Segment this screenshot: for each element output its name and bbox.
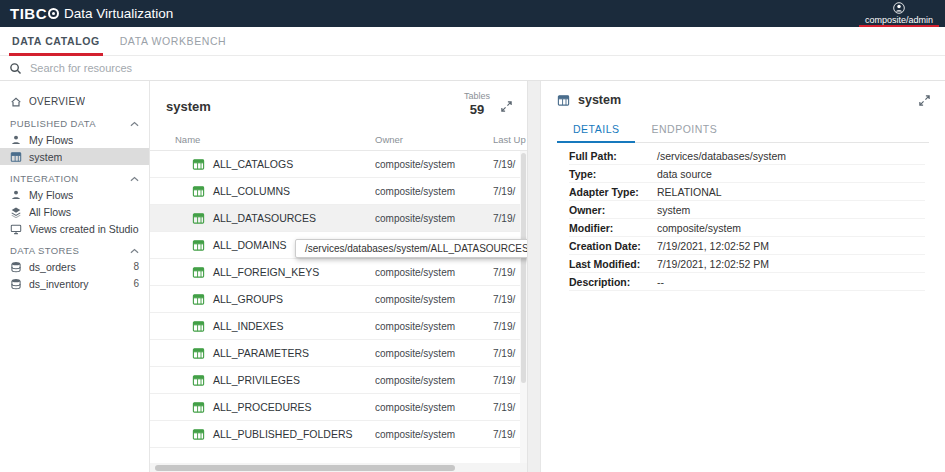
table-row-all-columns[interactable]: ALL_COLUMNScomposite/system7/19/ [150,178,527,205]
horizontal-scrollbar-thumb[interactable] [155,465,455,471]
tables-count: Tables 59 [464,91,490,117]
table-row-all-privileges[interactable]: ALL_PRIVILEGEScomposite/system7/19/ [150,367,527,394]
table-row-all-published-folders[interactable]: ALL_PUBLISHED_FOLDERScomposite/system7/1… [150,421,527,448]
user-name: composite/admin [865,15,933,25]
row-name: ALL_PUBLISHED_FOLDERS [213,428,352,440]
table-rows: ALL_CATALOGScomposite/system7/19/ALL_COL… [150,151,527,463]
tables-panel: system Tables 59 NameOwnerLast Up ALL_CA… [150,81,528,472]
details-tab-endpoints[interactable]: ENDPOINTS [635,117,733,142]
vertical-scrollbar[interactable] [520,151,527,463]
cell-name: ALL_GROUPS [175,293,375,306]
sidebar-nav: OVERVIEW PUBLISHED DATAMy FlowssystemINT… [0,81,150,472]
sidebar-item-views-created-in-studio[interactable]: Views created in Studio [0,220,149,237]
cell-name: ALL_CATALOGS [175,158,375,171]
table-icon [192,401,205,414]
horizontal-scrollbar[interactable] [150,463,527,472]
table-icon [192,293,205,306]
sidebar-item-label: OVERVIEW [29,96,85,107]
sidebar-section-integration[interactable]: INTEGRATION [0,171,149,186]
row-owner: composite/system [375,159,493,170]
table-icon [192,266,205,279]
table-row-all-procedures[interactable]: ALL_PROCEDUREScomposite/system7/19/ [150,394,527,421]
database-icon [10,278,22,290]
row-owner: composite/system [375,321,493,332]
row-name: ALL_DATASOURCES [213,212,316,224]
cell-name: ALL_PRIVILEGES [175,374,375,387]
top-bar: TIBC Data Virtualization composite/admin [0,0,945,27]
table-icon [192,320,205,333]
sidebar-item-label: My Flows [29,134,73,146]
field-label: Creation Date: [569,240,657,252]
search-icon [9,62,22,75]
database-icon [10,261,22,273]
brand-text: TIBC [10,5,47,22]
sidebar-item-label: ds_orders [29,261,76,273]
sidebar-item-label: ds_inventory [29,278,89,290]
row-owner: composite/system [375,294,493,305]
field-label: Last Modified: [569,258,657,270]
field-label: Full Path: [569,150,657,162]
sidebar-item-system[interactable]: system [0,148,149,165]
item-count: 8 [133,261,139,272]
sidebar-item-ds-orders[interactable]: ds_orders8 [0,258,149,275]
sidebar-section-published-data[interactable]: PUBLISHED DATA [0,116,149,131]
row-name: ALL_CATALOGS [213,158,293,170]
search-input[interactable] [30,62,936,74]
table-header: NameOwnerLast Up [150,129,527,151]
table-row-all-foreign-keys[interactable]: ALL_FOREIGN_KEYScomposite/system7/19/ [150,259,527,286]
cell-name: ALL_COLUMNS [175,185,375,198]
field-value: /services/databases/system [657,150,786,162]
table-row-all-parameters[interactable]: ALL_PARAMETERScomposite/system7/19/ [150,340,527,367]
column-header-owner[interactable]: Owner [375,134,493,145]
column-header-last-up[interactable]: Last Up [493,134,528,145]
row-owner: composite/system [375,267,493,278]
expand-icon[interactable] [500,100,513,113]
row-owner: composite/system [375,348,493,359]
table-row-all-catalogs[interactable]: ALL_CATALOGScomposite/system7/19/ [150,151,527,178]
all-flows-icon [10,206,22,218]
sidebar-item-ds-inventory[interactable]: ds_inventory6 [0,275,149,292]
user-icon [893,2,905,14]
details-tab-details[interactable]: DETAILS [557,117,635,142]
sidebar-item-my-flows[interactable]: My Flows [0,186,149,203]
field-label: Owner: [569,204,657,216]
expand-icon[interactable] [918,94,931,107]
tab-data-workbench[interactable]: DATA WORKBENCH [117,27,230,55]
field-value: data source [657,168,712,180]
detail-field-modifier: Modifier:composite/system [569,219,925,237]
tab-data-catalog[interactable]: DATA CATALOG [9,27,103,55]
sidebar-item-my-flows[interactable]: My Flows [0,131,149,148]
tibco-logo: TIBC Data Virtualization [10,5,173,22]
table-icon [192,158,205,171]
sidebar-item-label: system [29,151,62,163]
tables-count-value: 59 [464,102,490,117]
vertical-scrollbar-thumb[interactable] [521,153,526,383]
column-header-name[interactable]: Name [175,134,375,145]
table-icon [192,239,205,252]
table-row-all-datasources[interactable]: ALL_DATASOURCEScomposite/system7/19/ [150,205,527,232]
field-value: -- [657,276,664,288]
table-row-all-indexes[interactable]: ALL_INDEXEScomposite/system7/19/ [150,313,527,340]
cell-name: ALL_PROCEDURES [175,401,375,414]
table-row-all-groups[interactable]: ALL_GROUPScomposite/system7/19/ [150,286,527,313]
user-menu[interactable]: composite/admin [859,0,939,27]
row-name: ALL_DOMAINS [213,239,287,251]
chevron-up-icon [130,176,139,182]
sidebar-section-data-stores[interactable]: DATA STORES [0,243,149,258]
sidebar-item-label: My Flows [29,189,73,201]
table-icon [192,347,205,360]
field-label: Modifier: [569,222,657,234]
product-name: Data Virtualization [64,6,173,21]
field-label: Type: [569,168,657,180]
sidebar-item-overview[interactable]: OVERVIEW [0,93,149,110]
sidebar-item-all-flows[interactable]: All Flows [0,203,149,220]
field-value: composite/system [657,222,741,234]
sidebar-item-label: All Flows [29,206,71,218]
field-value: 7/19/2021, 12:02:52 PM [657,240,769,252]
tibco-o-icon [48,8,59,19]
row-name: ALL_PRIVILEGES [213,374,300,386]
row-owner: composite/system [375,186,493,197]
my-flows-icon [10,134,22,146]
field-value: RELATIONAL [657,186,722,198]
row-owner: composite/system [375,402,493,413]
